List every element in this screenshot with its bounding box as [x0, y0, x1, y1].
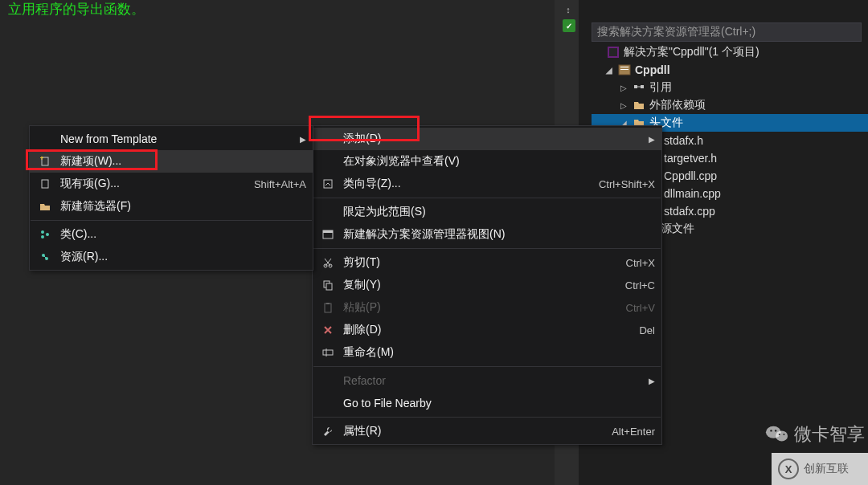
menu-label: 类(C)... — [55, 227, 306, 242]
class-icon — [35, 229, 55, 240]
view-icon — [317, 229, 338, 240]
references-node[interactable]: ▷ 引用 — [592, 79, 868, 96]
menu-label: Refactor — [338, 374, 645, 387]
menu-label: 复制(Y) — [338, 278, 609, 292]
expander-icon[interactable]: ▷ — [620, 84, 630, 92]
svg-line-36 — [43, 255, 47, 259]
svg-rect-5 — [634, 85, 637, 88]
submenu-arrow-icon: ▶ — [645, 135, 655, 144]
menu-rename[interactable]: 重命名(M) — [313, 341, 661, 364]
cut-icon — [317, 257, 338, 268]
paste-icon — [317, 302, 338, 313]
cx-logo-icon: X — [778, 459, 799, 479]
menu-class[interactable]: 类(C)... — [30, 223, 313, 246]
cx-badge: X 创新互联 — [772, 453, 868, 485]
menu-new-item[interactable]: 新建项(W)... — [30, 150, 313, 173]
solution-explorer-search[interactable]: 搜索解决方案资源管理器(Ctrl+;) — [592, 22, 862, 42]
menu-refactor: Refactor ▶ — [313, 369, 661, 392]
search-placeholder-text: 搜索解决方案资源管理器(Ctrl+;) — [597, 25, 755, 39]
menu-shortcut: Ctrl+C — [625, 279, 655, 291]
file-label: dllmain.cpp — [664, 187, 721, 200]
svg-rect-20 — [323, 230, 333, 233]
file-label: targetver.h — [664, 152, 717, 165]
menu-shortcut: Ctrl+X — [626, 257, 655, 269]
menu-separator — [313, 198, 661, 198]
svg-rect-24 — [326, 283, 332, 290]
menu-shortcut: Ctrl+V — [626, 302, 655, 314]
file-label: stdafx.h — [664, 134, 703, 147]
svg-rect-26 — [326, 303, 330, 304]
menu-separator — [313, 248, 661, 249]
menu-label: 新建项(W)... — [55, 154, 306, 169]
menu-delete[interactable]: 删除(D) Del — [313, 319, 661, 341]
expander-icon[interactable]: ▷ — [620, 101, 630, 110]
svg-point-38 — [776, 430, 788, 441]
project-icon — [617, 63, 632, 76]
menu-go-to-file[interactable]: Go to File Nearby — [313, 392, 661, 414]
menu-add[interactable]: 添加(D) ▶ — [313, 128, 661, 150]
file-label: Cppdll.cpp — [664, 169, 717, 182]
existing-item-icon — [35, 178, 55, 190]
svg-rect-18 — [324, 180, 332, 188]
menu-new-filter[interactable]: 新建筛选器(F) — [30, 195, 313, 218]
svg-point-31 — [41, 230, 44, 234]
menu-separator — [31, 220, 312, 221]
file-label: stdafx.cpp — [664, 205, 715, 218]
context-menu-main[interactable]: 添加(D) ▶ 在对象浏览器中查看(V) 类向导(Z)... Ctrl+Shif… — [312, 125, 662, 445]
status-ok-badge: ✓ — [563, 19, 575, 32]
menu-scope-to-this[interactable]: 限定为此范围(S) — [313, 201, 661, 223]
menu-label: 粘贴(P) — [338, 300, 610, 315]
project-node[interactable]: ◢ Cppdll — [592, 61, 868, 79]
submenu-arrow-icon: ▶ — [297, 135, 306, 144]
menu-label: 属性(R) — [338, 424, 596, 438]
svg-point-41 — [779, 434, 780, 435]
folder-icon — [632, 100, 646, 111]
menu-class-wizard[interactable]: 类向导(Z)... Ctrl+Shift+X — [313, 173, 661, 195]
copy-icon — [317, 279, 338, 291]
menu-label: 新建筛选器(F) — [55, 199, 306, 214]
menu-label: 剪切(T) — [338, 255, 610, 270]
solution-node[interactable]: 解决方案"Cppdll"(1 个项目) — [592, 43, 868, 61]
svg-point-33 — [41, 235, 44, 238]
svg-rect-29 — [42, 157, 48, 165]
svg-point-40 — [775, 430, 776, 431]
expander-icon[interactable]: ◢ — [606, 66, 616, 75]
references-icon — [632, 82, 646, 93]
menu-shortcut: Del — [639, 324, 655, 336]
menu-label: 限定为此范围(S) — [338, 205, 655, 219]
wechat-icon — [765, 423, 789, 446]
menu-label: 资源(R)... — [55, 250, 306, 264]
svg-rect-7 — [637, 87, 641, 88]
menu-resource[interactable]: 资源(R)... — [30, 246, 313, 268]
menu-label: 现有项(G)... — [55, 177, 238, 191]
menu-shortcut: Alt+Enter — [612, 426, 655, 438]
collapse-expand-icon[interactable]: ↕ — [561, 3, 575, 16]
menu-view-object-browser[interactable]: 在对象浏览器中查看(V) — [313, 150, 661, 173]
project-label: Cppdll — [635, 63, 670, 76]
menu-new-from-template[interactable]: New from Template ▶ — [30, 128, 313, 150]
editor-comment-text: 立用程序的导出函数。 — [8, 0, 145, 18]
menu-label: 删除(D) — [338, 323, 623, 337]
menu-copy[interactable]: 复制(Y) Ctrl+C — [313, 274, 661, 296]
menu-label: 重命名(M) — [338, 345, 655, 360]
solution-icon — [606, 46, 620, 59]
menu-properties[interactable]: 属性(R) Alt+Enter — [313, 420, 661, 442]
watermark: 微卡智享 — [765, 422, 865, 446]
menu-label: 在对象浏览器中查看(V) — [338, 154, 655, 169]
rename-icon — [317, 347, 338, 358]
menu-new-solution-view[interactable]: 新建解决方案资源管理器视图(N) — [313, 223, 661, 246]
svg-point-39 — [770, 430, 772, 431]
menu-label: 新建解决方案资源管理器视图(N) — [338, 227, 655, 242]
svg-rect-30 — [42, 180, 48, 188]
menu-label: New from Template — [55, 132, 297, 145]
references-label: 引用 — [649, 80, 672, 95]
external-deps-node[interactable]: ▷ 外部依赖项 — [592, 96, 868, 114]
svg-rect-4 — [620, 69, 628, 70]
context-submenu-add[interactable]: New from Template ▶ 新建项(W)... 现有项(G)... … — [29, 125, 313, 271]
new-filter-icon — [35, 201, 55, 212]
submenu-arrow-icon: ▶ — [645, 377, 655, 385]
menu-existing-item[interactable]: 现有项(G)... Shift+Alt+A — [30, 173, 313, 195]
menu-cut[interactable]: 剪切(T) Ctrl+X — [313, 251, 661, 274]
wrench-icon — [317, 426, 338, 437]
svg-rect-6 — [641, 85, 644, 88]
